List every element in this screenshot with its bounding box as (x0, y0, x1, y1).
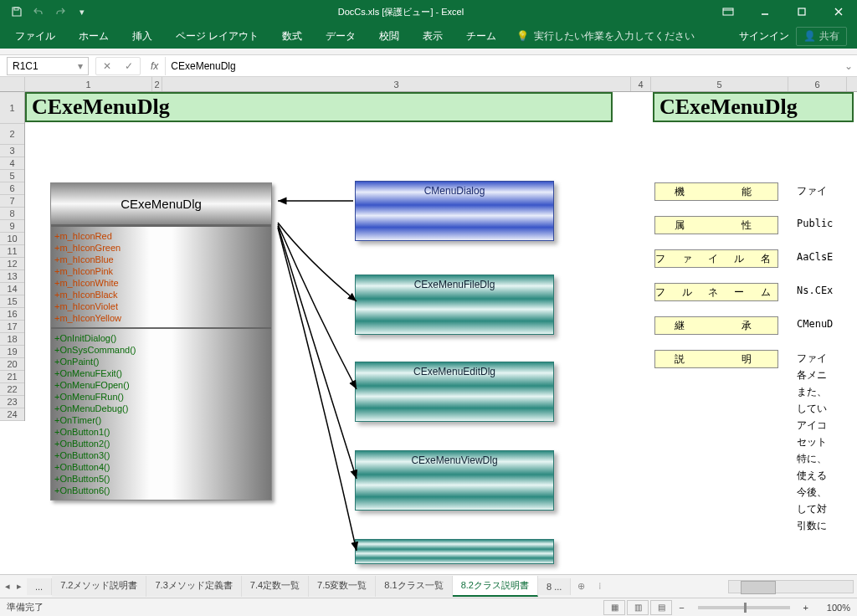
property-label[interactable]: 属 性 (654, 216, 778, 234)
row-header[interactable]: 10 (0, 233, 24, 245)
property-label[interactable]: フ ァ イ ル 名 (654, 249, 778, 268)
cells-canvas[interactable]: CExeMenuDlg CExeMenuDlg CExeMenuDlg +m_h… (25, 92, 857, 574)
side-text[interactable]: ファイ (797, 352, 827, 366)
row-header[interactable]: 3 (0, 145, 24, 157)
close-icon[interactable] (820, 0, 857, 23)
normal-view-icon[interactable]: ▦ (603, 600, 625, 615)
share-button[interactable]: 👤 共有 (796, 27, 847, 46)
col-header[interactable]: 4 (631, 77, 651, 91)
side-text[interactable]: 各メニ (797, 368, 827, 382)
sheet-tab[interactable]: 8.1クラス一覧 (376, 576, 452, 597)
col-header[interactable]: 5 (651, 77, 788, 91)
sheet-tab[interactable]: 7.5変数一覧 (309, 576, 376, 597)
child-class-box-3[interactable]: CExeMenuViewDlg (355, 450, 554, 511)
row-header[interactable]: 1 (0, 92, 24, 124)
side-text[interactable]: してい (797, 402, 827, 416)
side-text[interactable]: 今後、 (797, 485, 827, 500)
tab-team[interactable]: チーム (454, 23, 508, 49)
row-header[interactable]: 23 (0, 396, 24, 408)
side-text[interactable]: Ns.CEx (797, 285, 833, 296)
cancel-formula-icon[interactable]: ✕ (96, 58, 118, 74)
parent-class-box[interactable]: CMenuDialog (355, 181, 554, 241)
sheet-tab[interactable]: 7.2メソッド説明書 (52, 576, 146, 597)
signin-link[interactable]: サインイン (739, 29, 789, 44)
qat-dropdown-icon[interactable]: ▾ (72, 2, 92, 22)
side-text[interactable]: して対 (797, 502, 827, 516)
row-header[interactable]: 5 (0, 170, 24, 182)
side-text[interactable]: 特に、 (797, 452, 827, 466)
col-header[interactable]: 2 (152, 77, 162, 91)
select-all-corner[interactable] (0, 77, 25, 92)
save-icon[interactable] (7, 2, 27, 22)
col-header[interactable]: 1 (25, 77, 152, 91)
side-text[interactable]: AaClsE (797, 251, 833, 263)
side-text[interactable]: ファイ (797, 184, 827, 198)
name-box[interactable]: R1C1▾ (7, 57, 89, 75)
col-header[interactable]: 6 (788, 77, 847, 91)
tab-file[interactable]: ファイル (3, 23, 67, 49)
zoom-slider[interactable] (698, 606, 790, 609)
side-text[interactable]: セット (797, 435, 827, 449)
row-header[interactable]: 21 (0, 371, 24, 383)
row-header[interactable]: 15 (0, 295, 24, 308)
tab-home[interactable]: ホーム (67, 23, 121, 49)
child-class-box-1[interactable]: CExeMenuFileDlg (355, 275, 554, 335)
row-header[interactable]: 19 (0, 346, 24, 358)
property-label[interactable]: フ ル ネ ー ム (654, 283, 778, 301)
worksheet-grid[interactable]: 123456 123456789101112131415161718192021… (0, 77, 857, 574)
sheet-overflow-after[interactable]: 8 ... (538, 578, 571, 595)
side-text[interactable]: 使える (797, 469, 827, 483)
row-header[interactable]: 4 (0, 157, 24, 170)
side-text[interactable]: Public (797, 218, 833, 229)
tab-data[interactable]: データ (314, 23, 367, 49)
row-header[interactable]: 16 (0, 308, 24, 321)
property-label[interactable]: 機 能 (654, 182, 778, 201)
row-header[interactable]: 12 (0, 258, 24, 270)
sheet-tab[interactable]: 7.3メソッド定義書 (146, 576, 241, 597)
side-text[interactable]: 引数に (797, 519, 827, 533)
child-class-box-4[interactable] (355, 539, 554, 564)
formula-input[interactable]: CExeMenuDlg (165, 57, 840, 75)
redo-icon[interactable] (50, 2, 70, 22)
child-class-box-2[interactable]: CExeMenuEditDlg (355, 362, 554, 422)
sheet-overflow[interactable]: ... (27, 578, 52, 595)
side-text[interactable]: CMenuD (797, 318, 833, 330)
col-header[interactable]: 3 (162, 77, 631, 91)
property-label[interactable]: 継 承 (654, 316, 778, 335)
row-header[interactable]: 18 (0, 333, 24, 346)
page-layout-view-icon[interactable]: ▥ (627, 600, 649, 615)
uml-class-box[interactable]: CExeMenuDlg +m_hIconRed+m_hIconGreen+m_h… (50, 182, 272, 501)
column-headers[interactable]: 123456 (25, 77, 857, 92)
side-text[interactable]: また、 (797, 385, 827, 399)
zoom-in-icon[interactable]: + (798, 603, 813, 613)
tab-formula[interactable]: 数式 (270, 23, 314, 49)
tab-view[interactable]: 表示 (411, 23, 454, 49)
row-header[interactable]: 13 (0, 270, 24, 283)
row-header[interactable]: 9 (0, 220, 24, 233)
row-header[interactable]: 22 (0, 383, 24, 396)
tab-review[interactable]: 校閲 (367, 23, 411, 49)
undo-icon[interactable] (28, 2, 49, 22)
ribbon-display-icon[interactable] (710, 0, 747, 23)
zoom-out-icon[interactable]: − (674, 603, 689, 613)
maximize-icon[interactable] (783, 0, 820, 23)
page-break-view-icon[interactable]: ▤ (650, 600, 672, 615)
property-label[interactable]: 説 明 (654, 350, 778, 368)
sheet-tab[interactable]: 7.4定数一覧 (242, 576, 309, 597)
row-header[interactable]: 8 (0, 208, 24, 220)
row-headers[interactable]: 123456789101112131415161718192021222324 (0, 92, 25, 421)
row-header[interactable]: 14 (0, 283, 24, 295)
expand-formula-icon[interactable]: ⌄ (840, 60, 857, 72)
enter-formula-icon[interactable]: ✓ (118, 58, 140, 74)
title-cell-b[interactable]: CExeMenuDlg (653, 92, 854, 122)
sheet-tab[interactable]: 8.2クラス説明書 (453, 576, 538, 597)
side-text[interactable]: アイコ (797, 418, 827, 433)
sheet-nav[interactable]: ◂▸ (0, 581, 27, 592)
row-header[interactable]: 17 (0, 321, 24, 333)
tab-insert[interactable]: 挿入 (121, 23, 164, 49)
row-header[interactable]: 7 (0, 195, 24, 208)
tab-layout[interactable]: ページ レイアウト (164, 23, 270, 49)
row-header[interactable]: 6 (0, 182, 24, 195)
row-header[interactable]: 24 (0, 408, 24, 421)
row-header[interactable]: 2 (0, 124, 24, 145)
